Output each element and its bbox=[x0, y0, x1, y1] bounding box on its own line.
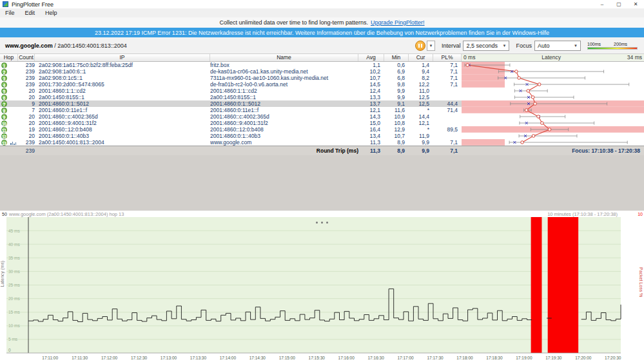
cell-min: 11,6 bbox=[384, 107, 409, 113]
cell-avg: 14,3 bbox=[358, 113, 384, 120]
hop-number-badge: 6 bbox=[1, 95, 7, 100]
cell-name: fritz.box bbox=[210, 62, 358, 68]
timeline-graph[interactable]: 50www.google.com (2a00:1450:4001:813::20… bbox=[0, 211, 644, 362]
pane-splitter-handle[interactable] bbox=[316, 222, 331, 224]
graph-shown-icon-slot bbox=[10, 82, 18, 87]
menu-item-file[interactable]: File bbox=[0, 8, 20, 17]
col-header-hop[interactable]: Hop bbox=[0, 54, 18, 61]
hop-number-badge: 1 bbox=[1, 62, 7, 68]
maximize-button[interactable]: ▢ bbox=[610, 0, 627, 8]
hop-number-badge: 10 bbox=[1, 120, 7, 126]
cell-avg: 13,4 bbox=[358, 133, 384, 139]
col-header-ip[interactable]: IP bbox=[35, 54, 210, 61]
graph-shown-icon-slot bbox=[10, 120, 18, 126]
hop-cell: 7 bbox=[0, 101, 10, 107]
cell-ip: 2001:4860::9:4001:31f2 bbox=[35, 120, 210, 126]
svg-text:17:15:30: 17:15:30 bbox=[309, 356, 326, 360]
cell-min: 9,1 bbox=[384, 100, 409, 107]
col-header-latency[interactable]: 0 ms Latency 34 ms bbox=[462, 54, 644, 61]
col-header-min[interactable]: Min bbox=[384, 54, 409, 61]
cell-min: 12,9 bbox=[384, 126, 409, 133]
cell-count: 239 bbox=[18, 75, 35, 81]
cell-count: 239 bbox=[18, 62, 35, 68]
hop-cell: 5 bbox=[0, 88, 10, 94]
svg-text:17:11:30: 17:11:30 bbox=[72, 356, 88, 360]
graph-shown-icon-slot bbox=[10, 88, 18, 93]
title-bar: PingPlotter Free – ▢ ✕ bbox=[0, 0, 644, 8]
hop-number-badge: 2 bbox=[1, 69, 7, 75]
cell-pl: 7,1 bbox=[433, 68, 462, 75]
cell-cur: 11,0 bbox=[409, 88, 433, 94]
svg-text:17:18:30: 17:18:30 bbox=[486, 356, 503, 360]
cell-pl: 7,1 bbox=[433, 81, 462, 88]
svg-text:17:17:30: 17:17:30 bbox=[427, 356, 444, 360]
graph-shown-icon-slot bbox=[10, 127, 18, 132]
graph-shown-icon-slot bbox=[10, 140, 18, 145]
cell-cur: 11,9 bbox=[409, 133, 433, 139]
bar-chart-icon bbox=[10, 142, 17, 145]
pane-gap bbox=[0, 155, 644, 211]
hop-number-badge: 5 bbox=[1, 88, 7, 94]
cell-ip: 2001:4860:1:1::cd2 bbox=[35, 88, 210, 94]
cell-name: 2001:4860:0:1::5012 bbox=[210, 100, 358, 107]
interval-select[interactable]: 2,5 seconds▼ bbox=[463, 41, 509, 51]
round-trip-cur: 9,9 bbox=[409, 148, 433, 154]
col-header-cur[interactable]: Cur bbox=[409, 54, 433, 61]
svg-text:20 ms: 20 ms bbox=[8, 296, 20, 301]
col-header-avg[interactable]: Avg bbox=[358, 54, 384, 61]
col-header-pl[interactable]: PL% bbox=[433, 54, 462, 61]
close-button[interactable]: ✕ bbox=[627, 0, 644, 8]
cell-avg: 10,7 bbox=[358, 75, 384, 81]
target-ip: / 2a00:1450:4001:813::2004 bbox=[53, 43, 127, 49]
hop-number-badge: 4 bbox=[1, 82, 7, 88]
col-header-name[interactable]: Name bbox=[210, 54, 358, 61]
cell-avg: 11,3 bbox=[358, 139, 384, 146]
cell-min: 0,6 bbox=[384, 62, 409, 68]
upsell-banner: Collect unlimited data over time to find… bbox=[0, 17, 644, 28]
focus-select[interactable]: Auto▼ bbox=[534, 41, 581, 51]
graph-shown-icon-slot bbox=[10, 95, 18, 100]
target-host: www.google.com bbox=[5, 43, 53, 49]
round-trip-avg: 11,3 bbox=[358, 148, 384, 154]
app-icon bbox=[3, 1, 8, 7]
cell-avg: 12,1 bbox=[358, 107, 384, 113]
cell-pl: 7,1 bbox=[433, 62, 462, 68]
cell-count: 20 bbox=[18, 113, 35, 120]
svg-text:17:17:00: 17:17:00 bbox=[397, 356, 414, 360]
svg-text:17:11:00: 17:11:00 bbox=[42, 356, 58, 360]
cell-ip: 2001:730:2d00::5474:8065 bbox=[35, 81, 210, 88]
svg-text:17:13:30: 17:13:30 bbox=[190, 356, 207, 360]
minimize-button[interactable]: – bbox=[594, 0, 610, 8]
cell-pl: 44,4 bbox=[433, 100, 462, 107]
cell-min: 9,8 bbox=[384, 81, 409, 88]
cell-count: 7 bbox=[18, 107, 35, 113]
hop-cell: 6 bbox=[0, 95, 10, 100]
interval-label: Interval bbox=[442, 43, 461, 49]
cell-avg: 10,2 bbox=[358, 68, 384, 75]
pause-dropdown-button[interactable]: ▼ bbox=[427, 41, 435, 51]
latency-scale-legend: 100ms200ms bbox=[587, 42, 638, 50]
packet-loss-axis-label: Packet Loss % bbox=[639, 267, 643, 297]
pause-button[interactable] bbox=[415, 41, 425, 51]
round-trip-pl: 7,1 bbox=[433, 148, 462, 154]
cell-ip: 2a00:1450:4001:813::2004 bbox=[35, 139, 210, 146]
svg-text:25 ms: 25 ms bbox=[8, 283, 20, 287]
focus-label: Focus bbox=[516, 43, 532, 49]
round-trip-min: 8,9 bbox=[384, 148, 409, 154]
upgrade-link[interactable]: Upgrade PingPlotter! bbox=[371, 19, 425, 26]
menu-bar: File Edit Help bbox=[0, 8, 644, 17]
svg-text:5 ms: 5 ms bbox=[8, 337, 18, 341]
graph-shown-icon-slot bbox=[10, 108, 18, 113]
hop-latency-graph[interactable] bbox=[462, 62, 644, 146]
hop-cell: 1 bbox=[0, 62, 10, 68]
col-header-count[interactable]: Count bbox=[18, 54, 35, 61]
cell-name: 2001:4860:1:1::cd2 bbox=[210, 88, 358, 94]
cell-cur: 12,1 bbox=[409, 120, 433, 126]
cell-name: 2001:4860:0:11e1::f bbox=[210, 107, 358, 113]
menu-item-edit[interactable]: Edit bbox=[20, 8, 41, 17]
svg-text:17:19:30: 17:19:30 bbox=[545, 356, 562, 360]
hop-cell: 12 bbox=[0, 133, 10, 139]
menu-item-help[interactable]: Help bbox=[40, 8, 63, 17]
target-address[interactable]: www.google.com / 2a00:1450:4001:813::200… bbox=[5, 43, 127, 49]
hop-cell: 2 bbox=[0, 69, 10, 75]
